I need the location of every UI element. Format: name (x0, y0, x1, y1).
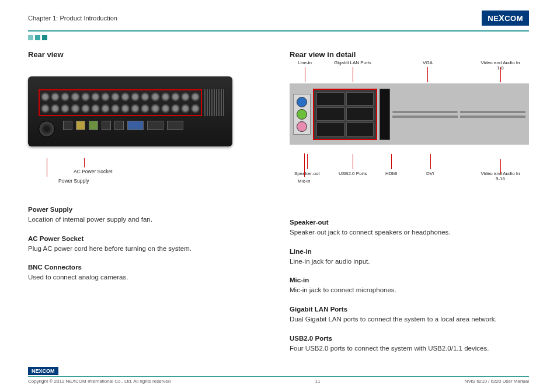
section-heading-rear-detail: Rear view in detail (290, 50, 529, 59)
rear-detail-figure: Line-in Gigabit LAN Ports VGA Video and … (290, 83, 529, 206)
mic-in-jack (297, 121, 307, 132)
horizontal-rule (28, 30, 529, 32)
device-chassis (28, 76, 232, 146)
dvi-port-video-1-8 (460, 111, 525, 113)
label-speaker-out: Speaker-out (294, 171, 320, 176)
label-line-in: Line-in (298, 60, 312, 65)
dvi-port-video-9-16 (460, 116, 525, 118)
label-dvi: DVI (426, 171, 434, 176)
desc-lan: Gigabit LAN Ports Dual Gigabit LAN ports… (290, 306, 529, 324)
vent-slots (204, 89, 225, 116)
dvi-port (392, 116, 458, 118)
callout-ac-socket: AC Power Socket (74, 169, 113, 174)
line-in-jack (297, 97, 307, 107)
label-usb: USB2.0 Ports (339, 171, 367, 176)
chapter-title: Chapter 1: Product Introduction (28, 15, 117, 22)
callout-power-supply: Power Supply (58, 178, 89, 184)
lan-port (316, 92, 344, 106)
label-hdmi: HDMI (385, 171, 397, 176)
label-lan: Gigabit LAN Ports (334, 60, 371, 65)
usb-port (316, 123, 344, 136)
desc-line-in: Line-in Line-in jack for audio input. (290, 248, 529, 267)
page-number: 11 (315, 379, 321, 384)
doc-title: NViS 6210 / 6220 User Manual (465, 379, 529, 384)
vga-port (392, 111, 458, 113)
rear-view-figure: BNC Connectors (28, 76, 266, 193)
detail-io-panel: Line-in Gigabit LAN Ports VGA Video and … (290, 83, 529, 145)
bnc-connector-grid (39, 89, 202, 116)
footer-logo: NEXCOM (28, 367, 58, 375)
section-heading-rear-view: Rear view (28, 50, 266, 59)
page-footer: NEXCOM Copyright © 2012 NEXCOM Internati… (28, 365, 529, 384)
desc-power-supply: Power Supply Location of internal power … (28, 206, 266, 225)
brand-logo: NEXCOM (482, 10, 529, 26)
usb-port (346, 123, 374, 136)
desc-ac-socket: AC Power Socket Plug AC power cord here … (28, 235, 266, 254)
label-mic-in: Mic-in (298, 178, 310, 184)
desc-mic-in: Mic-in Mic-in jack to connect microphone… (290, 276, 529, 295)
audio-jacks (293, 94, 311, 135)
usb-port (346, 107, 374, 121)
label-vga: VGA (423, 60, 433, 65)
lan-port (346, 92, 374, 106)
speaker-out-jack (297, 109, 307, 120)
decorative-squares (28, 35, 47, 40)
psu-fan (39, 121, 55, 137)
desc-bnc: BNC Connectors Used to connect analog ca… (28, 264, 266, 282)
hdmi-port (380, 89, 390, 140)
dvi-vga-block (392, 111, 525, 118)
desc-speaker-out: Speaker-out Speaker-out jack to connect … (290, 219, 529, 237)
lan-usb-block (313, 89, 377, 140)
usb-port (316, 107, 344, 121)
lower-port-row (63, 121, 183, 130)
copyright-text: Copyright © 2012 NEXCOM International Co… (28, 379, 170, 384)
desc-usb: USB2.0 Ports Four USB2.0 ports to connec… (290, 335, 529, 354)
